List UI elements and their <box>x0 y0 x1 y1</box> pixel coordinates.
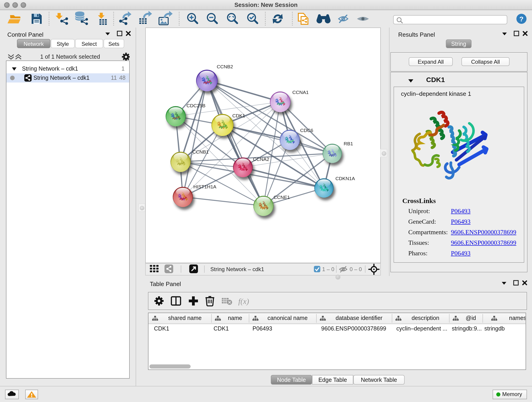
svg-text:0 – 0: 0 – 0 <box>350 266 362 272</box>
svg-text:CDKN1A: CDKN1A <box>336 176 355 181</box>
svg-text:CDC6: CDC6 <box>300 128 313 133</box>
svg-text:1 of 1 Network selected: 1 of 1 Network selected <box>40 53 100 60</box>
svg-text:RB1: RB1 <box>344 141 353 146</box>
svg-text:CDK1: CDK1 <box>232 113 245 118</box>
svg-text:CCNB2: CCNB2 <box>217 64 233 69</box>
svg-text:CCNB1: CCNB1 <box>192 149 209 154</box>
svg-text:f(x): f(x) <box>238 297 249 306</box>
svg-text:HIST1H1A: HIST1H1A <box>193 184 216 189</box>
svg-text:CDC25B: CDC25B <box>186 103 206 108</box>
svg-text:CCNA2: CCNA2 <box>253 157 269 162</box>
svg-text:CCNA1: CCNA1 <box>292 89 309 95</box>
svg-text:String Network – cdk1: String Network – cdk1 <box>210 266 264 272</box>
svg-text:1 – 0: 1 – 0 <box>322 266 334 272</box>
svg-text:CCNE1: CCNE1 <box>273 195 290 200</box>
svg-text:?: ? <box>519 15 524 23</box>
